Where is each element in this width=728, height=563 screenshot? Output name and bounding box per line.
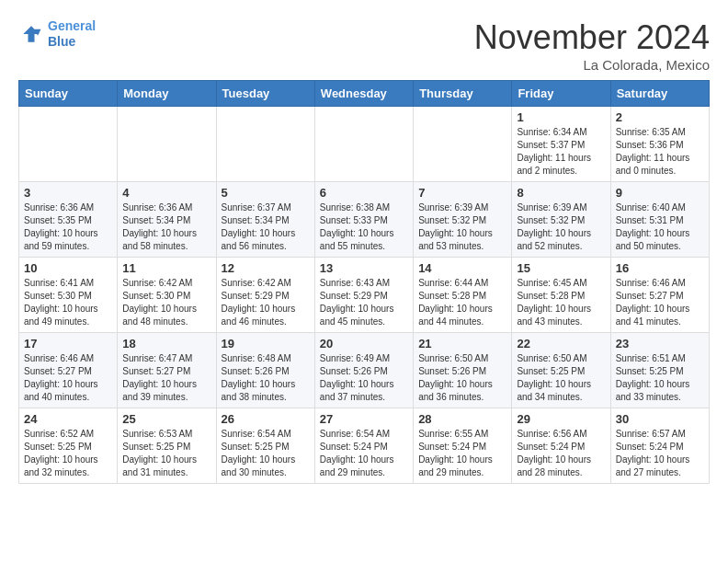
day-number: 16 [616,261,704,275]
day-info: Sunrise: 6:43 AM Sunset: 5:29 PM Dayligh… [320,277,408,328]
calendar-cell: 29Sunrise: 6:56 AM Sunset: 5:24 PM Dayli… [512,408,610,484]
day-number: 23 [616,337,704,350]
calendar-table: SundayMondayTuesdayWednesdayThursdayFrid… [18,80,710,484]
title-block: November 2024 La Colorada, Mexico [474,18,710,73]
calendar-cell: 18Sunrise: 6:47 AM Sunset: 5:27 PM Dayli… [118,333,216,408]
calendar-cell: 8Sunrise: 6:39 AM Sunset: 5:32 PM Daylig… [512,182,610,258]
calendar-cell: 1Sunrise: 6:34 AM Sunset: 5:37 PM Daylig… [512,107,610,182]
weekday-header-monday: Monday [118,81,216,107]
day-info: Sunrise: 6:39 AM Sunset: 5:32 PM Dayligh… [517,201,605,253]
calendar-week-row: 10Sunrise: 6:41 AM Sunset: 5:30 PM Dayli… [19,258,710,333]
calendar-week-row: 3Sunrise: 6:36 AM Sunset: 5:35 PM Daylig… [19,182,710,258]
calendar-week-row: 1Sunrise: 6:34 AM Sunset: 5:37 PM Daylig… [19,107,710,182]
day-info: Sunrise: 6:56 AM Sunset: 5:24 PM Dayligh… [517,428,605,479]
weekday-header-saturday: Saturday [610,81,709,107]
day-number: 24 [24,412,112,426]
day-info: Sunrise: 6:45 AM Sunset: 5:28 PM Dayligh… [517,277,605,328]
day-number: 21 [418,337,506,350]
calendar-cell: 12Sunrise: 6:42 AM Sunset: 5:29 PM Dayli… [216,258,314,333]
day-info: Sunrise: 6:48 AM Sunset: 5:26 PM Dayligh… [222,352,310,404]
logo-line2: Blue [48,34,75,49]
calendar-cell [414,107,512,182]
calendar-cell: 2Sunrise: 6:35 AM Sunset: 5:36 PM Daylig… [610,107,709,182]
day-info: Sunrise: 6:52 AM Sunset: 5:25 PM Dayligh… [24,428,112,479]
day-number: 1 [517,110,605,124]
weekday-header-thursday: Thursday [414,81,512,107]
day-info: Sunrise: 6:53 AM Sunset: 5:25 PM Dayligh… [122,428,210,479]
calendar-cell [314,107,413,182]
day-number: 2 [616,110,704,124]
calendar-cell: 26Sunrise: 6:54 AM Sunset: 5:25 PM Dayli… [216,408,314,484]
logo-icon [18,21,44,47]
day-info: Sunrise: 6:57 AM Sunset: 5:24 PM Dayligh… [616,428,704,479]
day-info: Sunrise: 6:50 AM Sunset: 5:25 PM Dayligh… [517,352,605,404]
calendar-cell: 6Sunrise: 6:38 AM Sunset: 5:33 PM Daylig… [314,182,413,258]
day-number: 12 [222,261,310,275]
day-info: Sunrise: 6:38 AM Sunset: 5:33 PM Dayligh… [320,201,408,253]
day-info: Sunrise: 6:51 AM Sunset: 5:25 PM Dayligh… [616,352,704,404]
calendar-cell: 15Sunrise: 6:45 AM Sunset: 5:28 PM Dayli… [512,258,610,333]
day-number: 28 [418,412,506,426]
day-number: 30 [616,412,704,426]
day-number: 26 [222,412,310,426]
day-number: 25 [122,412,210,426]
calendar-cell: 27Sunrise: 6:54 AM Sunset: 5:24 PM Dayli… [314,408,413,484]
weekday-header-sunday: Sunday [19,81,118,107]
calendar-cell: 5Sunrise: 6:37 AM Sunset: 5:34 PM Daylig… [216,182,314,258]
month-title: November 2024 [474,18,710,57]
calendar-cell: 16Sunrise: 6:46 AM Sunset: 5:27 PM Dayli… [610,258,709,333]
calendar-cell: 24Sunrise: 6:52 AM Sunset: 5:25 PM Dayli… [19,408,118,484]
day-info: Sunrise: 6:54 AM Sunset: 5:24 PM Dayligh… [320,428,408,479]
day-number: 15 [517,261,605,275]
calendar-cell: 14Sunrise: 6:44 AM Sunset: 5:28 PM Dayli… [414,258,512,333]
weekday-header-row: SundayMondayTuesdayWednesdayThursdayFrid… [19,81,710,107]
day-number: 8 [517,186,605,200]
calendar-cell: 19Sunrise: 6:48 AM Sunset: 5:26 PM Dayli… [216,333,314,408]
calendar-cell: 28Sunrise: 6:55 AM Sunset: 5:24 PM Dayli… [414,408,512,484]
calendar-cell: 7Sunrise: 6:39 AM Sunset: 5:32 PM Daylig… [414,182,512,258]
calendar-week-row: 24Sunrise: 6:52 AM Sunset: 5:25 PM Dayli… [19,408,710,484]
day-info: Sunrise: 6:55 AM Sunset: 5:24 PM Dayligh… [418,428,506,479]
day-number: 10 [24,261,112,275]
day-info: Sunrise: 6:37 AM Sunset: 5:34 PM Dayligh… [222,201,310,253]
day-number: 19 [222,337,310,350]
calendar-cell: 3Sunrise: 6:36 AM Sunset: 5:35 PM Daylig… [19,182,118,258]
day-number: 13 [320,261,408,275]
calendar-cell: 25Sunrise: 6:53 AM Sunset: 5:25 PM Dayli… [118,408,216,484]
day-number: 4 [122,186,210,200]
day-number: 9 [616,186,704,200]
day-info: Sunrise: 6:40 AM Sunset: 5:31 PM Dayligh… [616,201,704,253]
day-number: 20 [320,337,408,350]
calendar-cell: 30Sunrise: 6:57 AM Sunset: 5:24 PM Dayli… [610,408,709,484]
day-number: 22 [517,337,605,350]
day-info: Sunrise: 6:34 AM Sunset: 5:37 PM Dayligh… [517,126,605,178]
day-info: Sunrise: 6:35 AM Sunset: 5:36 PM Dayligh… [616,126,704,178]
day-info: Sunrise: 6:42 AM Sunset: 5:29 PM Dayligh… [222,277,310,328]
calendar-week-row: 17Sunrise: 6:46 AM Sunset: 5:27 PM Dayli… [19,333,710,408]
calendar-cell [216,107,314,182]
day-number: 18 [122,337,210,350]
day-number: 27 [320,412,408,426]
calendar-cell: 23Sunrise: 6:51 AM Sunset: 5:25 PM Dayli… [610,333,709,408]
calendar-cell: 22Sunrise: 6:50 AM Sunset: 5:25 PM Dayli… [512,333,610,408]
day-info: Sunrise: 6:50 AM Sunset: 5:26 PM Dayligh… [418,352,506,404]
logo-text: General Blue [48,18,96,50]
weekday-header-tuesday: Tuesday [216,81,314,107]
day-info: Sunrise: 6:54 AM Sunset: 5:25 PM Dayligh… [222,428,310,479]
calendar-cell: 11Sunrise: 6:42 AM Sunset: 5:30 PM Dayli… [118,258,216,333]
logo: General Blue [18,18,96,50]
calendar-cell: 10Sunrise: 6:41 AM Sunset: 5:30 PM Dayli… [19,258,118,333]
day-number: 5 [222,186,310,200]
header: General Blue November 2024 La Colorada, … [18,18,710,73]
day-info: Sunrise: 6:39 AM Sunset: 5:32 PM Dayligh… [418,201,506,253]
calendar-cell: 21Sunrise: 6:50 AM Sunset: 5:26 PM Dayli… [414,333,512,408]
day-info: Sunrise: 6:36 AM Sunset: 5:34 PM Dayligh… [122,201,210,253]
day-number: 29 [517,412,605,426]
logo-line1: General [48,18,96,33]
page: General Blue November 2024 La Colorada, … [0,0,728,493]
day-info: Sunrise: 6:47 AM Sunset: 5:27 PM Dayligh… [122,352,210,404]
day-info: Sunrise: 6:36 AM Sunset: 5:35 PM Dayligh… [24,201,112,253]
calendar-cell [118,107,216,182]
day-number: 7 [418,186,506,200]
weekday-header-wednesday: Wednesday [314,81,413,107]
